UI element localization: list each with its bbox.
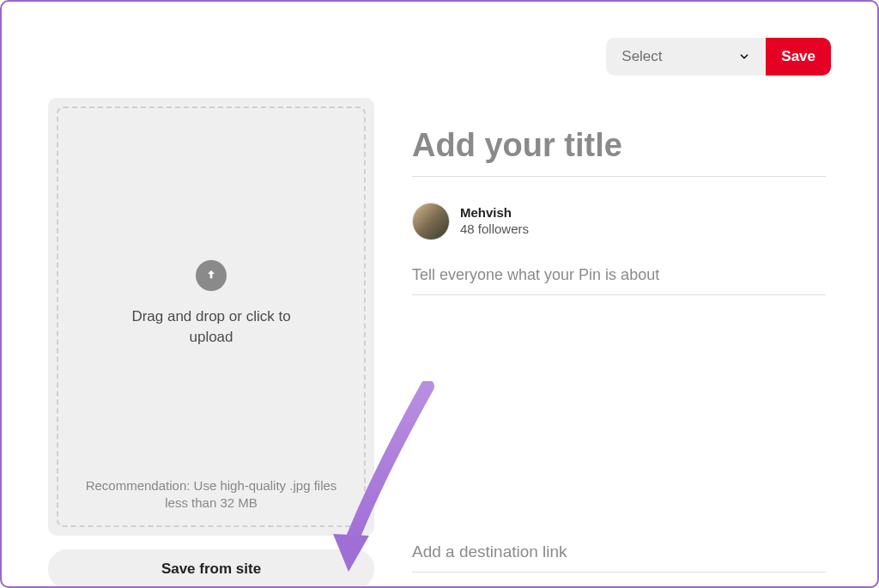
- title-input[interactable]: [412, 120, 826, 177]
- save-button[interactable]: Save: [766, 38, 831, 76]
- upload-dropzone[interactable]: Drag and drop or click to upload Recomme…: [57, 106, 366, 527]
- user-row: Mehvish 48 followers: [412, 203, 826, 240]
- user-name: Mehvish: [460, 205, 529, 221]
- destination-link-input[interactable]: [412, 534, 826, 573]
- topbar: Select Save: [48, 38, 831, 76]
- pin-create-card: Select Save Drag and drop or click to up…: [17, 14, 862, 586]
- upload-recommendation: Recommendation: Use high-quality .jpg fi…: [74, 477, 349, 512]
- avatar[interactable]: [412, 203, 450, 240]
- upload-instruction: Drag and drop or click to upload: [117, 306, 306, 348]
- save-from-site-button[interactable]: Save from site: [48, 549, 374, 588]
- user-meta: Mehvish 48 followers: [460, 205, 529, 238]
- board-select-dropdown[interactable]: Select: [606, 38, 766, 76]
- board-select-label: Select: [621, 48, 662, 65]
- upload-center: Drag and drop or click to upload: [117, 260, 306, 348]
- left-column: Drag and drop or click to upload Recomme…: [48, 98, 374, 588]
- right-column: Mehvish 48 followers: [412, 98, 831, 588]
- upload-area[interactable]: Drag and drop or click to upload Recomme…: [48, 98, 374, 536]
- main-content: Drag and drop or click to upload Recomme…: [48, 98, 831, 588]
- upload-icon: [196, 260, 227, 291]
- user-followers: 48 followers: [460, 221, 529, 238]
- description-input[interactable]: [412, 258, 826, 295]
- chevron-down-icon: [738, 51, 750, 63]
